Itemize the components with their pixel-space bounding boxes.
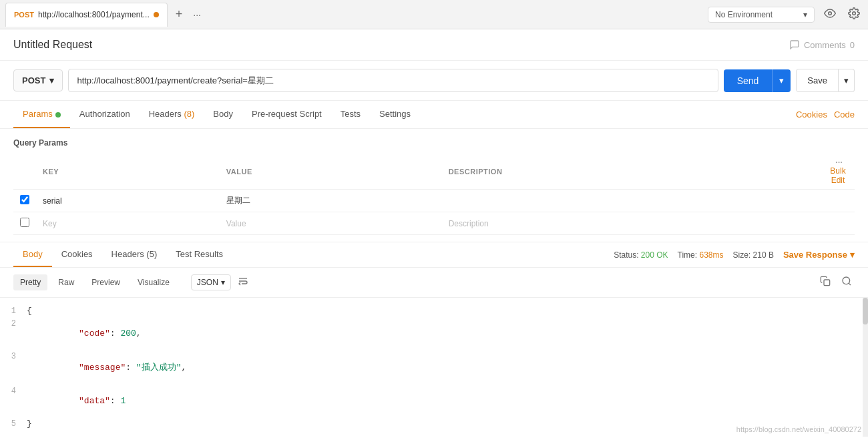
time-value: 638ms (699, 250, 723, 260)
active-request-tab[interactable]: POST http://localhost:8001/payment... (5, 3, 168, 27)
resp-tab-cookies[interactable]: Cookies (52, 242, 102, 267)
bulk-edit-button[interactable]: Bulk Edit (828, 166, 848, 185)
resp-tab-cookies-label: Cookies (61, 249, 93, 259)
params-table: KEY VALUE DESCRIPTION ··· Bulk Edit seri… (13, 154, 855, 235)
response-code-area: 1 { 2 "code": 200, 3 "message": "插入成功", … (0, 298, 868, 437)
send-button-group: Send ▾ (724, 69, 791, 92)
param-value-placeholder: Value (220, 212, 442, 235)
tab-tests[interactable]: Tests (331, 101, 370, 128)
resp-tab-headers[interactable]: Headers (5) (102, 242, 167, 267)
env-chevron-icon: ▾ (803, 10, 807, 19)
param-key-cell: serial (36, 190, 220, 212)
tab-authorization[interactable]: Authorization (70, 101, 140, 128)
environment-selector[interactable]: No Environment ▾ (708, 7, 815, 23)
svg-rect-3 (824, 280, 830, 286)
request-title-bar: Untitled Request Comments 0 (0, 29, 868, 61)
query-params-label: Query Params (13, 138, 855, 148)
code-line-4: 4 "data": 1 (0, 385, 868, 417)
cookies-link[interactable]: Cookies (796, 109, 827, 120)
format-label: JSON (197, 278, 218, 287)
comments-button[interactable]: Comments 0 (789, 39, 855, 50)
tab-prerequest[interactable]: Pre-request Script (242, 101, 331, 128)
tab-modified-dot (154, 12, 159, 17)
svg-point-4 (843, 277, 850, 284)
param-empty-checkbox[interactable] (20, 218, 29, 227)
method-chevron-icon: ▾ (49, 75, 54, 85)
resp-tab-body[interactable]: Body (13, 242, 52, 267)
param-value-value: 星期二 (226, 196, 250, 205)
param-key-value: serial (43, 196, 62, 206)
line-content-3: "message": "插入成功", (27, 351, 868, 383)
send-button[interactable]: Send (724, 69, 773, 92)
tab-headers[interactable]: Headers (8) (140, 101, 204, 128)
param-row-empty: Key Value Description (13, 212, 855, 235)
param-checkbox[interactable] (20, 195, 29, 204)
line-content-4: "data": 1 (27, 386, 868, 416)
code-link[interactable]: Code (834, 109, 855, 120)
line-num-5: 5 (0, 419, 27, 429)
format-chevron-icon: ▾ (221, 278, 225, 287)
time-label: Time: 638ms (678, 250, 724, 260)
save-dropdown-button[interactable]: ▾ (839, 69, 855, 92)
search-response-button[interactable] (839, 273, 855, 292)
tab-method-badge: POST (14, 11, 34, 19)
method-selector[interactable]: POST ▾ (13, 69, 63, 91)
send-dropdown-button[interactable]: ▾ (772, 69, 791, 92)
tab-body[interactable]: Body (204, 101, 242, 128)
time-text-label: Time: (678, 250, 698, 260)
line-num-3: 3 (0, 351, 27, 361)
params-more-icon[interactable]: ··· (835, 158, 843, 166)
comments-count: 0 (850, 40, 855, 50)
url-input[interactable] (68, 69, 718, 92)
eye-icon-button[interactable] (821, 5, 839, 25)
format-selector[interactable]: JSON ▾ (191, 274, 231, 290)
fmt-tab-raw-label: Raw (58, 278, 74, 287)
param-actions-cell (821, 190, 855, 212)
line-content-1: { (27, 306, 868, 316)
fmt-tab-preview-label: Preview (91, 278, 120, 287)
tab-body-label: Body (213, 109, 233, 119)
params-active-dot (55, 112, 61, 118)
svg-line-5 (849, 283, 851, 285)
top-right-controls: No Environment ▾ (708, 5, 863, 25)
param-description-cell (442, 190, 821, 212)
fmt-tab-visualize[interactable]: Visualize (131, 274, 176, 290)
scroll-thumb (863, 298, 868, 324)
col-value-header: VALUE (220, 154, 442, 190)
tab-url-label: http://localhost:8001/payment... (38, 10, 150, 19)
save-response-label: Save Response (783, 250, 847, 260)
tab-bar: POST http://localhost:8001/payment... + … (0, 0, 868, 29)
tab-params-label: Params (23, 109, 53, 119)
param-checkbox-cell (13, 190, 36, 212)
comments-label: Comments (804, 40, 846, 50)
tab-headers-count: (8) (184, 109, 194, 119)
response-tabs-bar: Body Cookies Headers (5) Test Results St… (0, 242, 868, 268)
fmt-tab-preview[interactable]: Preview (85, 274, 127, 290)
tab-settings-label: Settings (379, 109, 411, 119)
tab-settings[interactable]: Settings (370, 101, 420, 128)
tab-authorization-label: Authorization (79, 109, 130, 119)
save-button-group: Save ▾ (796, 69, 855, 92)
new-tab-button[interactable]: + (170, 5, 188, 24)
param-empty-actions (821, 212, 855, 235)
size-label: Size: 210 B (733, 250, 774, 260)
tab-params[interactable]: Params (13, 101, 70, 128)
save-response-button[interactable]: Save Response ▾ (783, 250, 855, 260)
copy-response-button[interactable] (817, 273, 833, 292)
save-button[interactable]: Save (796, 69, 839, 92)
scrollbar[interactable] (863, 298, 868, 437)
col-checkbox (13, 154, 36, 190)
resp-tab-testresults[interactable]: Test Results (166, 242, 232, 267)
param-empty-checkbox-cell (13, 212, 36, 235)
col-key-header: KEY (36, 154, 220, 190)
fmt-tab-pretty-label: Pretty (20, 278, 41, 287)
response-format-bar: Pretty Raw Preview Visualize JSON ▾ (0, 268, 868, 298)
wrap-lines-button[interactable] (235, 273, 251, 292)
more-tabs-button[interactable]: ··· (188, 7, 206, 23)
fmt-tab-raw[interactable]: Raw (51, 274, 81, 290)
param-value-cell: 星期二 (220, 190, 442, 212)
settings-icon-button[interactable] (845, 5, 863, 25)
param-row-serial: serial 星期二 (13, 190, 855, 212)
send-chevron-icon: ▾ (779, 75, 784, 85)
fmt-tab-pretty[interactable]: Pretty (13, 274, 47, 290)
